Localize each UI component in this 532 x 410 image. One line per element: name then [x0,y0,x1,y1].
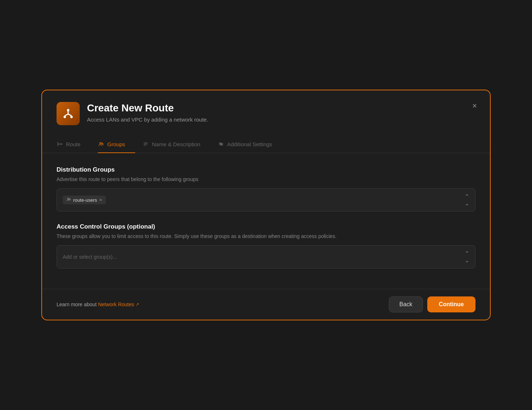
svg-point-8 [100,142,101,144]
tab-route[interactable]: Route [57,136,91,153]
back-button[interactable]: Back [389,296,423,312]
svg-point-2 [70,116,73,118]
route-users-tag-label: route-users [73,197,97,203]
continue-button[interactable]: Continue [427,296,475,312]
create-route-dialog: Create New Route Access LANs and VPC by … [41,90,491,320]
tab-groups-label: Groups [107,141,125,147]
svg-point-17 [67,198,68,199]
network-routes-link[interactable]: Network Routes ↗ [98,302,139,307]
distribution-groups-desc: Advertise this route to peers that belon… [57,176,475,183]
svg-point-1 [63,116,66,118]
access-control-groups-left: Add or select group(s)... [63,254,117,260]
svg-point-15 [221,144,221,144]
tab-additional-settings-label: Additional Settings [227,141,272,147]
close-button[interactable]: × [471,101,478,111]
dialog-footer: Learn more about Network Routes ↗ Back C… [42,289,490,320]
tab-name-desc-label: Name & Description [152,141,200,147]
footer-learn-text: Learn more about Network Routes ↗ [57,302,139,307]
name-desc-tab-icon [142,141,149,147]
footer-buttons: Back Continue [389,296,475,312]
tab-name-description[interactable]: Name & Description [142,136,210,153]
route-users-tag: route-users × [63,196,106,204]
svg-point-16 [221,145,222,145]
svg-point-18 [69,198,70,200]
remove-route-users-tag-button[interactable]: × [99,197,102,202]
dialog-content: Distribution Groups Advertise this route… [42,153,490,289]
route-tab-icon [57,141,63,147]
distribution-groups-chevron-icon: ⌃⌄ [465,193,469,207]
groups-tab-icon [98,141,104,147]
svg-line-5 [68,114,71,116]
settings-tab-icon [218,141,224,147]
distribution-groups-select[interactable]: route-users × ⌃⌄ [57,188,475,212]
external-link-icon: ↗ [136,302,139,307]
dialog-header: Create New Route Access LANs and VPC by … [42,90,490,135]
access-control-groups-section: Access Control Groups (optional) These g… [57,223,475,268]
tag-group-icon [66,197,71,203]
tab-groups[interactable]: Groups [98,136,135,153]
distribution-groups-section: Distribution Groups Advertise this route… [57,166,475,212]
svg-point-14 [219,143,220,143]
access-control-groups-title: Access Control Groups (optional) [57,223,475,230]
dialog-subtitle: Access LANs and VPC by adding a network … [87,116,208,123]
access-control-groups-select[interactable]: Add or select group(s)... ⌃⌄ [57,245,475,268]
svg-line-4 [65,114,68,116]
distribution-groups-tags: route-users × [63,196,106,204]
tab-additional-settings[interactable]: Additional Settings [218,136,282,153]
svg-point-6 [58,144,59,145]
tab-bar: Route Groups Name & Descrip [42,135,490,153]
distribution-groups-title: Distribution Groups [57,166,475,173]
tab-route-label: Route [66,141,80,147]
access-control-groups-placeholder: Add or select group(s)... [63,254,117,260]
svg-point-9 [102,143,103,144]
dialog-title: Create New Route [87,102,208,114]
svg-point-0 [67,109,70,111]
svg-point-7 [61,144,62,145]
dialog-title-area: Create New Route Access LANs and VPC by … [87,102,208,123]
route-icon [57,102,80,125]
access-control-groups-desc: These groups allow you to limit access t… [57,233,475,240]
access-control-groups-chevron-icon: ⌃⌄ [465,250,469,264]
